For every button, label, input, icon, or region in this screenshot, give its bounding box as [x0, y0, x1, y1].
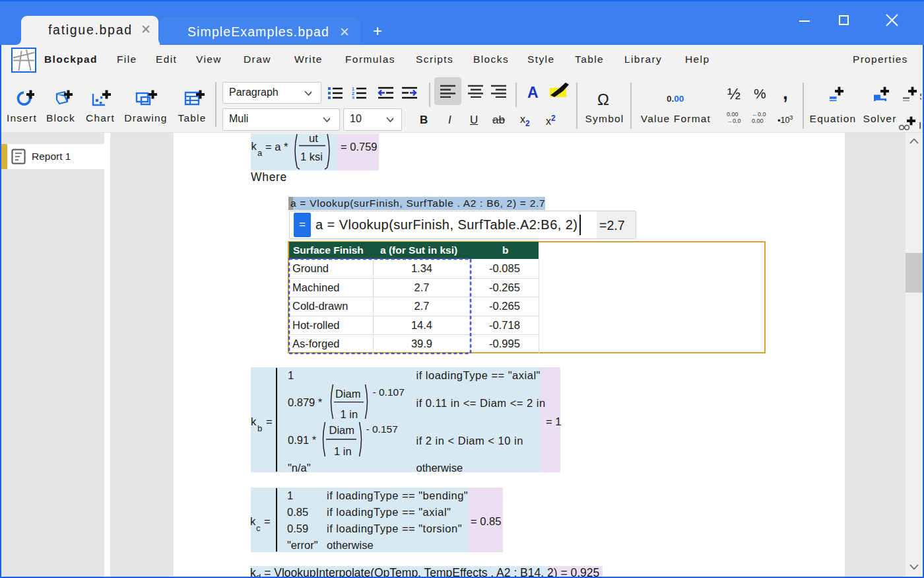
- svg-text:I: I: [919, 120, 921, 130]
- svg-text:2: 2: [352, 91, 354, 96]
- svg-text:3: 3: [352, 96, 354, 99]
- svg-text:S: S: [919, 90, 921, 101]
- svg-text:1: 1: [352, 87, 354, 91]
